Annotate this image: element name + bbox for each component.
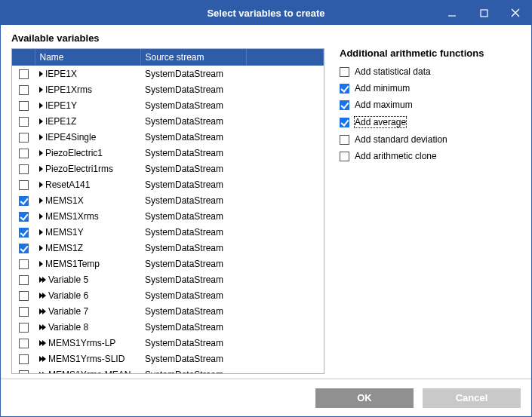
table-row[interactable]: MEMS1Yrms-SLIDSystemDataStream — [12, 351, 324, 366]
function-checkbox[interactable] — [340, 152, 349, 161]
table-row[interactable]: MEMS1Yrms-LPSystemDataStream — [12, 335, 324, 351]
row-name: MEMS1Z — [45, 243, 83, 253]
table-row[interactable]: ResetA141SystemDataStream — [12, 176, 324, 192]
expand-icon[interactable] — [39, 261, 42, 267]
row-checkbox[interactable] — [19, 275, 29, 285]
table-row[interactable]: MEMS1TempSystemDataStream — [12, 256, 324, 271]
ok-button[interactable]: OK — [315, 388, 414, 408]
function-checkbox[interactable] — [340, 84, 349, 94]
table-row[interactable]: IEPE1XrmsSystemDataStream — [12, 81, 324, 97]
table-row[interactable]: MEMS1XSystemDataStream — [12, 192, 324, 208]
row-checkbox[interactable] — [19, 228, 29, 238]
close-button[interactable] — [500, 1, 531, 25]
function-row[interactable]: Add average — [340, 116, 521, 128]
row-name-cell: Variable 7 — [39, 306, 136, 317]
row-name-cell: Variable 5 — [39, 274, 136, 285]
expand-icon[interactable] — [39, 324, 45, 330]
expand-icon[interactable] — [39, 134, 42, 140]
table-row[interactable]: IEPE4SingleSystemDataStream — [12, 129, 324, 145]
cancel-button[interactable]: Cancel — [423, 388, 521, 408]
table-row[interactable]: MEMS1ZSystemDataStream — [12, 240, 324, 256]
table-row[interactable]: PiezoElectri1rmsSystemDataStream — [12, 161, 324, 176]
row-checkbox[interactable] — [19, 307, 29, 317]
expand-icon[interactable] — [39, 308, 45, 314]
function-checkbox[interactable] — [340, 67, 349, 77]
row-source: SystemDataStream — [140, 208, 246, 224]
expand-icon[interactable] — [39, 103, 42, 109]
row-checkbox[interactable] — [19, 149, 29, 158]
row-name: PiezoElectri1rms — [45, 164, 113, 174]
table-row[interactable]: Variable 6SystemDataStream — [12, 287, 324, 303]
expand-icon[interactable] — [39, 229, 42, 235]
expand-icon[interactable] — [39, 166, 42, 172]
expand-icon[interactable] — [39, 293, 45, 299]
expand-icon[interactable] — [39, 71, 42, 77]
expand-icon[interactable] — [39, 198, 42, 204]
function-checkbox[interactable] — [340, 135, 349, 145]
minimize-button[interactable] — [436, 1, 468, 25]
table-row[interactable]: PiezoElectric1SystemDataStream — [12, 145, 324, 161]
row-source: SystemDataStream — [140, 113, 246, 129]
functions-heading: Additional arithmetic functions — [340, 48, 521, 59]
row-name-cell: MEMS1Yrms-LP — [39, 338, 136, 348]
col-extra[interactable] — [246, 49, 324, 66]
available-variables-heading: Available variables — [11, 32, 324, 44]
table-row[interactable]: IEPE1ZSystemDataStream — [12, 113, 324, 129]
row-name-cell: MEMS1Yrms-MEAN — [39, 369, 136, 374]
row-checkbox[interactable] — [19, 101, 29, 111]
function-checkbox[interactable] — [340, 118, 349, 127]
row-checkbox[interactable] — [19, 370, 29, 373]
row-checkbox[interactable] — [19, 244, 29, 253]
row-source: SystemDataStream — [140, 287, 246, 303]
expand-icon[interactable] — [39, 118, 42, 124]
expand-icon[interactable] — [39, 87, 42, 93]
expand-icon[interactable] — [39, 150, 42, 156]
table-row[interactable]: Variable 7SystemDataStream — [12, 303, 324, 319]
table-row[interactable]: MEMS1YSystemDataStream — [12, 224, 324, 240]
expand-icon[interactable] — [39, 182, 42, 188]
row-checkbox[interactable] — [19, 354, 29, 364]
row-name: ResetA141 — [45, 179, 90, 190]
variables-grid: Name Source stream IEPE1XSystemDataStrea… — [11, 48, 324, 374]
expand-icon[interactable] — [39, 213, 42, 219]
table-row[interactable]: Variable 5SystemDataStream — [12, 271, 324, 287]
function-row[interactable]: Add statistical data — [340, 66, 521, 77]
function-row[interactable]: Add arithmetic clone — [340, 151, 521, 161]
row-checkbox[interactable] — [19, 196, 29, 206]
table-row[interactable]: Variable 8SystemDataStream — [12, 319, 324, 335]
row-checkbox[interactable] — [19, 133, 29, 143]
row-checkbox[interactable] — [19, 259, 29, 269]
row-name: Variable 7 — [48, 306, 88, 317]
table-row[interactable]: IEPE1XSystemDataStream — [12, 66, 324, 81]
variables-grid-body[interactable]: Name Source stream IEPE1XSystemDataStrea… — [12, 49, 324, 373]
row-source: SystemDataStream — [140, 351, 246, 366]
expand-icon[interactable] — [39, 356, 45, 362]
row-checkbox[interactable] — [19, 85, 29, 95]
row-checkbox[interactable] — [19, 212, 29, 222]
expand-icon[interactable] — [39, 340, 45, 346]
table-row[interactable]: IEPE1YSystemDataStream — [12, 97, 324, 113]
maximize-button[interactable] — [468, 1, 500, 25]
row-checkbox[interactable] — [19, 69, 29, 79]
svg-rect-1 — [481, 10, 487, 17]
expand-icon[interactable] — [39, 277, 45, 283]
row-checkbox[interactable] — [19, 117, 29, 127]
function-checkbox[interactable] — [340, 100, 349, 110]
col-name[interactable]: Name — [35, 49, 140, 66]
function-row[interactable]: Add maximum — [340, 100, 521, 110]
row-checkbox[interactable] — [19, 291, 29, 301]
row-checkbox[interactable] — [19, 180, 29, 190]
expand-icon[interactable] — [39, 245, 42, 251]
table-row[interactable]: MEMS1XrmsSystemDataStream — [12, 208, 324, 224]
col-source[interactable]: Source stream — [140, 49, 246, 66]
row-name: IEPE1Z — [45, 116, 76, 127]
expand-icon[interactable] — [39, 372, 45, 374]
table-row[interactable]: MEMS1Yrms-MEANSystemDataStream — [12, 366, 324, 373]
row-checkbox[interactable] — [19, 323, 29, 333]
footer: OK Cancel — [1, 379, 531, 416]
row-checkbox[interactable] — [19, 164, 29, 174]
row-checkbox[interactable] — [19, 339, 29, 348]
col-checkbox[interactable] — [12, 49, 35, 66]
function-row[interactable]: Add minimum — [340, 83, 521, 94]
function-row[interactable]: Add standard deviation — [340, 134, 521, 145]
